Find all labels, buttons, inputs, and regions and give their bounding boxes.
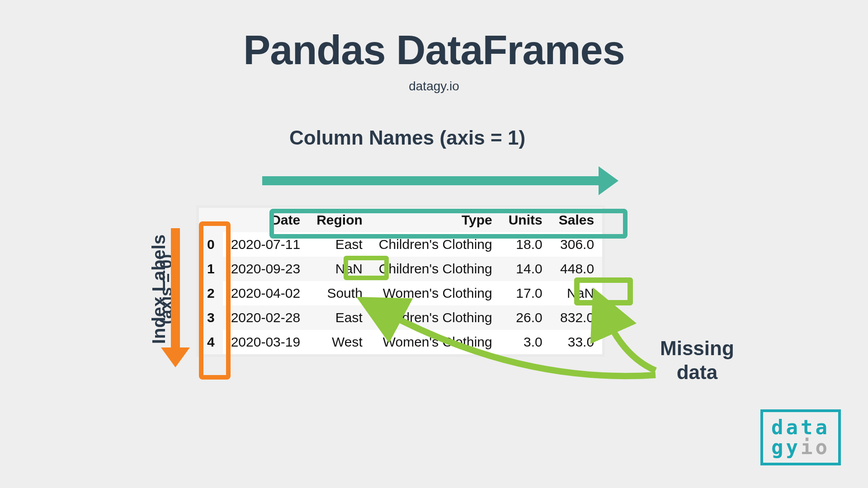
missing-line1: Missing [660,337,734,359]
cell-date: 2020-09-23 [223,257,308,281]
logo-line2b: io [801,436,830,459]
table-row: 3 2020-02-28 East Children's Clothing 26… [199,305,602,330]
cell-date: 2020-03-19 [223,330,308,354]
cell-region: South [308,281,371,305]
cell-region: East [308,305,371,330]
cell-type: Women's Clothing [371,281,500,305]
cell-date: 2020-04-02 [223,281,308,305]
table-row: 4 2020-03-19 West Women's Clothing 3.0 3… [199,330,602,354]
cell-date: 2020-02-28 [223,305,308,330]
cell-type: Children's Clothing [371,257,500,281]
page-title: Pandas DataFrames [0,27,868,74]
datagy-logo: data gyio [760,409,841,465]
cell-sales: 832.0 [551,305,602,330]
arrow-to-nan-sales [606,316,656,371]
cell-type: Children's Clothing [371,305,500,330]
columns-arrow [262,176,601,185]
cell-units: 14.0 [500,257,551,281]
index-column-highlight [199,221,231,380]
logo-line1: data [771,418,830,437]
page-subtitle: datagy.io [0,79,868,94]
nan-highlight-sales [574,277,633,305]
cell-type: Women's Clothing [371,330,500,354]
cell-units: 3.0 [500,330,551,354]
cell-units: 26.0 [500,305,551,330]
column-header-highlight [269,209,627,239]
index-arrow [171,228,180,350]
missing-line2: data [677,361,717,383]
table-row: 1 2020-09-23 NaN Children's Clothing 14.… [199,257,602,281]
columns-axis-label: Column Names (axis = 1) [289,127,525,149]
cell-region: West [308,330,371,354]
cell-units: 17.0 [500,281,551,305]
table-row: 2 2020-04-02 South Women's Clothing 17.0… [199,281,602,305]
logo-line2a: gy [771,436,801,459]
missing-data-label: Missing data [660,337,734,385]
cell-sales: 33.0 [551,330,602,354]
nan-highlight-region [344,256,389,280]
